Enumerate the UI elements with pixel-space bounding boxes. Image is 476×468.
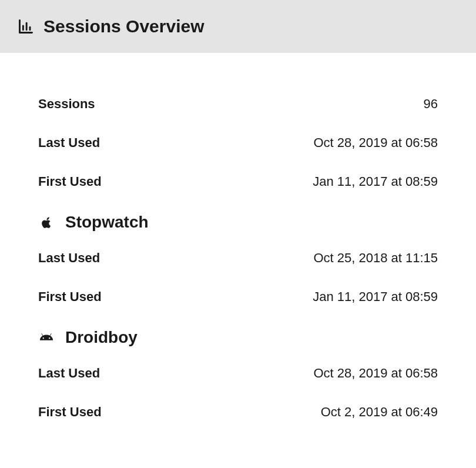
stat-row-sessions: Sessions 96 xyxy=(38,85,438,123)
android-icon xyxy=(38,329,55,346)
stat-value: Jan 11, 2017 at 08:59 xyxy=(313,289,438,305)
stat-value: Oct 28, 2019 at 06:58 xyxy=(313,366,438,381)
stat-value: Oct 25, 2018 at 11:15 xyxy=(313,250,438,266)
stat-label: First Used xyxy=(38,405,102,420)
stat-value: Oct 2, 2019 at 06:49 xyxy=(321,405,438,420)
stat-row-first-used: First Used Jan 11, 2017 at 08:59 xyxy=(38,278,438,316)
stat-label: Last Used xyxy=(38,135,100,151)
stat-label: First Used xyxy=(38,289,102,305)
stat-value: Oct 28, 2019 at 06:58 xyxy=(313,135,438,151)
app-header-stopwatch: Stopwatch xyxy=(38,201,438,239)
stat-value: Jan 11, 2017 at 08:59 xyxy=(313,174,438,189)
stat-row-first-used: First Used Oct 2, 2019 at 06:49 xyxy=(38,393,438,432)
apple-icon xyxy=(38,214,55,230)
stat-row-last-used: Last Used Oct 28, 2019 at 06:58 xyxy=(38,123,438,162)
app-header-droidboy: Droidboy xyxy=(38,316,438,354)
stat-label: First Used xyxy=(38,174,102,189)
bar-chart-icon xyxy=(18,18,34,35)
stat-label: Last Used xyxy=(38,250,100,266)
stat-label: Sessions xyxy=(38,96,95,112)
app-name: Stopwatch xyxy=(65,213,149,232)
stat-row-last-used: Last Used Oct 25, 2018 at 11:15 xyxy=(38,239,438,278)
panel-title: Sessions Overview xyxy=(43,16,205,36)
stat-value: 96 xyxy=(424,96,438,112)
stat-label: Last Used xyxy=(38,366,100,381)
stat-row-first-used: First Used Jan 11, 2017 at 08:59 xyxy=(38,162,438,201)
panel-header: Sessions Overview xyxy=(0,0,476,53)
content-scroll-area[interactable]: Sessions 96 Last Used Oct 28, 2019 at 06… xyxy=(0,53,476,462)
stat-row-last-used: Last Used Oct 28, 2019 at 06:58 xyxy=(38,354,438,393)
app-name: Droidboy xyxy=(65,328,138,347)
